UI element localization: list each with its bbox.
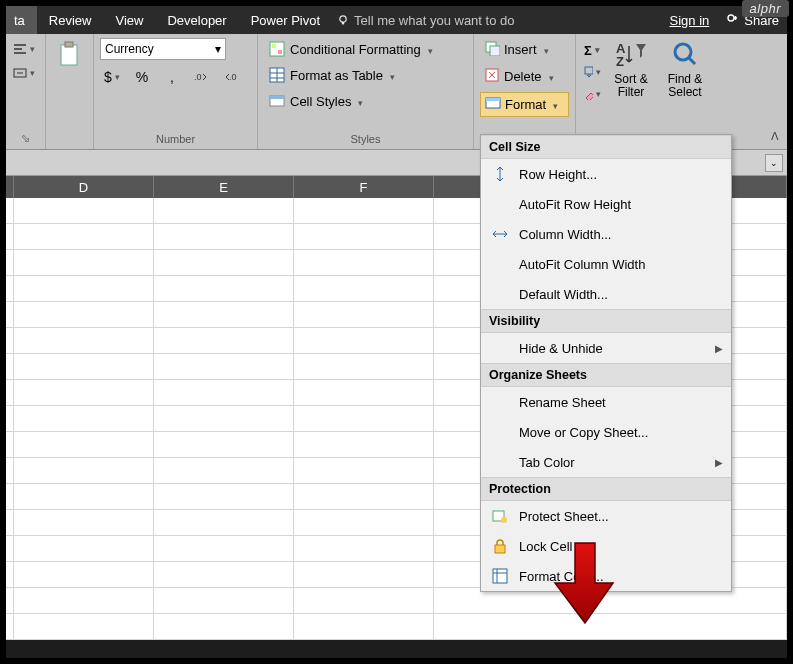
group-styles-label: Styles xyxy=(258,131,473,149)
autosum-button[interactable]: Σ xyxy=(582,40,602,60)
submenu-arrow-icon: ▶ xyxy=(715,343,723,354)
svg-rect-10 xyxy=(278,50,282,54)
chevron-down-icon xyxy=(425,42,433,57)
menu-protect-sheet[interactable]: Protect Sheet... xyxy=(481,501,731,531)
sort-filter-label: Sort & Filter xyxy=(608,73,654,99)
menu-protect-sheet-label: Protect Sheet... xyxy=(519,509,723,524)
format-cells-icon xyxy=(489,567,511,585)
paste-button[interactable] xyxy=(53,38,87,72)
alignment-dialog-launcher[interactable]: ⬂ xyxy=(6,130,45,149)
blank-icon xyxy=(489,195,511,213)
menu-autofit-row-label: AutoFit Row Height xyxy=(519,197,723,212)
sort-filter-icon: AZ xyxy=(616,40,646,71)
lock-icon xyxy=(489,537,511,555)
insert-icon xyxy=(484,40,500,59)
find-select-button[interactable]: Find & Select xyxy=(660,38,710,101)
delete-cells-button[interactable]: Delete xyxy=(480,65,569,88)
find-select-label: Find & Select xyxy=(662,73,708,99)
menu-autofit-row[interactable]: AutoFit Row Height xyxy=(481,189,731,219)
cell-styles-button[interactable]: Cell Styles xyxy=(264,90,467,112)
find-select-icon xyxy=(671,40,699,71)
conditional-formatting-button[interactable]: Conditional Formatting xyxy=(264,38,467,60)
svg-rect-1 xyxy=(342,22,344,24)
sign-in-link[interactable]: Sign in xyxy=(662,6,718,34)
tab-data-partial[interactable]: ta xyxy=(6,6,37,34)
blank-icon xyxy=(489,285,511,303)
chevron-down-icon xyxy=(387,68,395,83)
format-cells-button[interactable]: Format xyxy=(480,92,569,117)
menu-rename-sheet-label: Rename Sheet xyxy=(519,395,723,410)
menu-tab-color-label: Tab Color xyxy=(519,455,707,470)
menu-hide-unhide[interactable]: Hide & Unhide ▶ xyxy=(481,333,731,363)
format-icon xyxy=(485,95,501,114)
col-header-D[interactable]: D xyxy=(14,176,154,198)
svg-point-24 xyxy=(501,517,507,523)
tab-review[interactable]: Review xyxy=(37,6,104,34)
blank-icon xyxy=(489,255,511,273)
clear-button[interactable] xyxy=(582,84,602,104)
insert-label: Insert xyxy=(504,42,537,57)
decrease-decimal-button[interactable]: .0 xyxy=(220,66,244,88)
svg-point-0 xyxy=(340,16,346,22)
blank-icon xyxy=(489,423,511,441)
menu-tab-color[interactable]: Tab Color ▶ xyxy=(481,447,731,477)
col-header-E[interactable]: E xyxy=(154,176,294,198)
tell-me-search[interactable]: Tell me what you want to do xyxy=(332,13,661,28)
chevron-down-icon xyxy=(541,42,549,57)
svg-rect-25 xyxy=(495,545,505,553)
menu-lock-cell[interactable]: Lock Cell xyxy=(481,531,731,561)
menu-column-width-label: Column Width... xyxy=(519,227,723,242)
number-format-combo[interactable]: Currency ▾ xyxy=(100,38,226,60)
menu-row-height[interactable]: Row Height... xyxy=(481,159,731,189)
column-width-icon xyxy=(489,225,511,243)
group-number-label: Number xyxy=(94,131,257,149)
menu-autofit-column-label: AutoFit Column Width xyxy=(519,257,723,272)
comma-button[interactable]: , xyxy=(160,66,184,88)
menu-autofit-column[interactable]: AutoFit Column Width xyxy=(481,249,731,279)
conditional-formatting-icon xyxy=(268,40,286,58)
menu-section-protection: Protection xyxy=(481,477,731,501)
menu-rename-sheet[interactable]: Rename Sheet xyxy=(481,387,731,417)
menu-column-width[interactable]: Column Width... xyxy=(481,219,731,249)
expand-formula-bar-button[interactable]: ⌄ xyxy=(765,154,783,172)
delete-icon xyxy=(484,67,500,86)
fill-button[interactable] xyxy=(582,62,602,82)
lightbulb-icon xyxy=(336,13,350,27)
insert-cells-button[interactable]: Insert xyxy=(480,38,569,61)
menu-format-cells[interactable]: Format Cells... xyxy=(481,561,731,591)
svg-rect-15 xyxy=(490,46,500,56)
tab-power-pivot[interactable]: Power Pivot xyxy=(239,6,332,34)
blank-icon xyxy=(489,453,511,471)
accounting-format-button[interactable]: $ xyxy=(100,66,124,88)
tab-view[interactable]: View xyxy=(103,6,155,34)
col-header-stub[interactable] xyxy=(6,176,14,198)
svg-rect-18 xyxy=(486,98,500,101)
menu-move-copy-label: Move or Copy Sheet... xyxy=(519,425,723,440)
tab-developer[interactable]: Developer xyxy=(155,6,238,34)
chevron-down-icon xyxy=(550,97,558,112)
format-dropdown-menu: Cell Size Row Height... AutoFit Row Heig… xyxy=(480,134,732,592)
row-height-icon xyxy=(489,165,511,183)
tell-me-placeholder: Tell me what you want to do xyxy=(354,13,514,28)
col-header-F[interactable]: F xyxy=(294,176,434,198)
protect-sheet-icon xyxy=(489,507,511,525)
wrap-text-button[interactable] xyxy=(12,38,36,60)
ribbon: ⬂ Currency ▾ $ % , xyxy=(6,34,787,150)
svg-text:Z: Z xyxy=(616,54,624,68)
format-label: Format xyxy=(505,97,546,112)
chevron-down-icon: ▾ xyxy=(215,42,221,56)
menu-default-width-label: Default Width... xyxy=(519,287,723,302)
menu-section-organize: Organize Sheets xyxy=(481,363,731,387)
blank-icon xyxy=(489,393,511,411)
menu-default-width[interactable]: Default Width... xyxy=(481,279,731,309)
collapse-ribbon-button[interactable]: ᐱ xyxy=(771,130,779,143)
menu-move-copy[interactable]: Move or Copy Sheet... xyxy=(481,417,731,447)
increase-decimal-button[interactable]: .0 xyxy=(190,66,214,88)
number-format-value: Currency xyxy=(105,42,154,56)
percent-button[interactable]: % xyxy=(130,66,154,88)
cell-styles-label: Cell Styles xyxy=(290,94,351,109)
sort-filter-button[interactable]: AZ Sort & Filter xyxy=(606,38,656,101)
menu-hide-unhide-label: Hide & Unhide xyxy=(519,341,707,356)
merge-center-button[interactable] xyxy=(12,62,36,84)
format-as-table-button[interactable]: Format as Table xyxy=(264,64,467,86)
